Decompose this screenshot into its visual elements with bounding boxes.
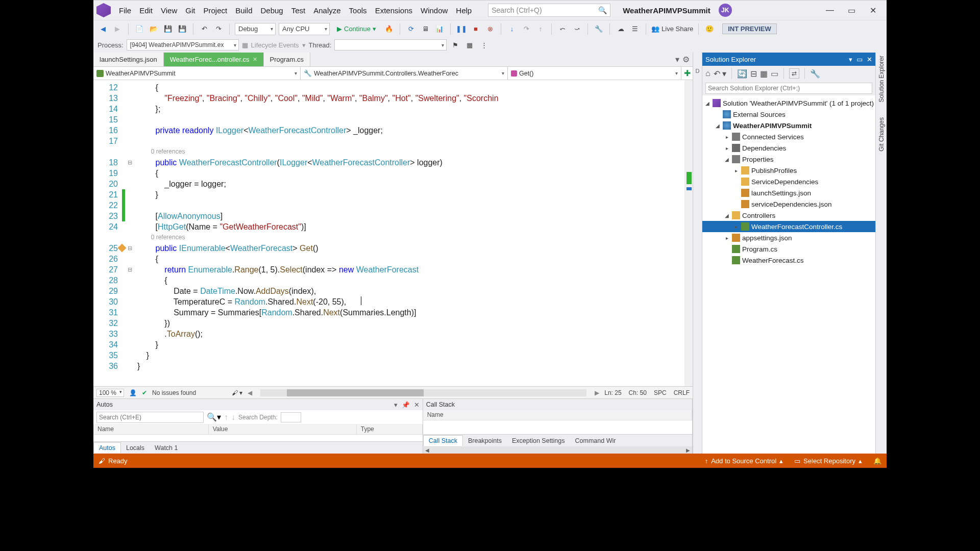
tree-item[interactable]: ◢Controllers xyxy=(702,210,875,221)
menu-test[interactable]: Test xyxy=(287,4,310,17)
callstack-body[interactable] xyxy=(423,420,692,434)
frame-icon[interactable]: ▦ xyxy=(464,39,475,51)
tab-dropdown-icon[interactable]: ▾ xyxy=(675,55,679,64)
menu-window[interactable]: Window xyxy=(416,4,452,17)
tree-item[interactable]: ▸PublishProfiles xyxy=(702,165,875,176)
cleanup-icon[interactable]: 🖌 ▾ xyxy=(232,389,242,396)
tree-item[interactable]: WeatherForecast.cs xyxy=(702,255,875,266)
feedback-icon[interactable]: 🙂 xyxy=(704,23,715,35)
menu-git[interactable]: Git xyxy=(181,4,199,17)
stop-all-icon[interactable]: ⊗ xyxy=(484,23,496,35)
save-all-icon[interactable]: 💾 xyxy=(177,23,188,35)
flag-icon[interactable]: ⚑ xyxy=(450,39,461,51)
pin-icon[interactable]: 📌 xyxy=(402,401,410,409)
cloud-icon[interactable]: ☁ xyxy=(615,23,626,35)
menu-project[interactable]: Project xyxy=(199,4,231,17)
tree-item[interactable]: ServiceDependencies xyxy=(702,176,875,187)
browser-icon[interactable]: 🖥 xyxy=(420,23,431,35)
zoom-dropdown[interactable]: 100 % xyxy=(96,389,124,397)
continue-button[interactable]: ▶ Continue ▾ xyxy=(333,25,380,33)
stop-icon[interactable]: ■ xyxy=(470,23,481,35)
undo-icon[interactable]: ↶ xyxy=(199,23,210,35)
tree-item[interactable]: Program.cs xyxy=(702,243,875,255)
sync-icon[interactable]: 🔄 xyxy=(737,69,747,79)
step-fwd-icon[interactable]: ⤻ xyxy=(571,23,582,35)
new-project-icon[interactable]: 📄 xyxy=(134,23,145,35)
solution-search-input[interactable] xyxy=(705,83,872,94)
redo-icon[interactable]: ↷ xyxy=(213,23,224,35)
restart-icon[interactable]: ⟳ xyxy=(405,23,416,35)
tree-item[interactable]: ▸Connected Services xyxy=(702,131,875,142)
step-out-icon[interactable]: ↑ xyxy=(535,23,546,35)
config-dropdown[interactable]: Debug xyxy=(235,23,276,35)
menu-debug[interactable]: Debug xyxy=(257,4,287,17)
int-preview-badge[interactable]: INT PREVIEW xyxy=(722,23,777,34)
lifecycle-label[interactable]: Lifecycle Events xyxy=(251,41,299,49)
properties-icon[interactable]: 🔧 xyxy=(810,69,820,79)
view-switch-icon[interactable]: ⇄ xyxy=(789,68,799,79)
col-name[interactable]: Name xyxy=(93,424,209,434)
thread-dropdown[interactable] xyxy=(334,39,447,51)
back-icon[interactable]: ↶ ▾ xyxy=(714,69,726,79)
solution-explorer-header[interactable]: Solution Explorer ▾▭✕ xyxy=(702,53,875,66)
menu-build[interactable]: Build xyxy=(231,4,256,17)
cs-col-name[interactable]: Name xyxy=(423,410,692,420)
member-context-dropdown[interactable]: Get() xyxy=(508,67,681,80)
step-into-icon[interactable]: ↓ xyxy=(506,23,518,35)
close-panel-icon[interactable]: ✕ xyxy=(414,401,420,409)
search-icon[interactable]: 🔍▾ xyxy=(207,412,221,422)
notifications-icon[interactable]: 🔔 xyxy=(873,457,881,465)
home-icon[interactable]: ⌂ xyxy=(705,69,710,78)
menu-view[interactable]: View xyxy=(157,4,181,17)
menu-analyze[interactable]: Analyze xyxy=(309,4,345,17)
tab-autos[interactable]: Autos xyxy=(93,442,121,453)
aux-d[interactable]: D xyxy=(696,68,700,74)
tab-watch1[interactable]: Watch 1 xyxy=(150,443,183,453)
collapse-icon[interactable]: ⊟ xyxy=(750,69,757,79)
process-dropdown[interactable]: [9404] WeatherAPIMVPSummit.ex xyxy=(127,39,239,51)
menu-extensions[interactable]: Extensions xyxy=(371,4,416,17)
toolbox-icon[interactable]: 🔧 xyxy=(593,23,604,35)
class-context-dropdown[interactable]: 🔧WeatherAPIMVPSummit.Controllers.Weather… xyxy=(301,67,508,80)
vertical-scrollbar[interactable] xyxy=(684,80,693,386)
tree-item[interactable]: serviceDependencies.json xyxy=(702,198,875,210)
diag-icon[interactable]: 📊 xyxy=(434,23,445,35)
nav-fwd-button[interactable]: ▶ xyxy=(112,23,123,35)
pause-icon[interactable]: ❚❚ xyxy=(456,23,467,35)
code-editor[interactable]: 1213141516171819202122232425262728293031… xyxy=(93,80,693,386)
close-panel-icon[interactable]: ✕ xyxy=(867,56,872,63)
stack-icon[interactable]: ☰ xyxy=(629,23,641,35)
autos-search-input[interactable] xyxy=(96,412,204,423)
global-search-box[interactable]: Search (Ctrl+Q) 🔍 xyxy=(488,4,610,17)
tree-item[interactable]: External Sources xyxy=(702,109,875,120)
platform-dropdown[interactable]: Any CPU xyxy=(279,23,330,35)
panel-menu-icon[interactable]: ▾ xyxy=(849,56,852,63)
maximize-button[interactable]: ▭ xyxy=(847,6,856,15)
tree-item[interactable]: ◢WeatherAPIMVPSummit xyxy=(702,120,875,131)
step-over-icon[interactable]: ↷ xyxy=(521,23,532,35)
save-icon[interactable]: 💾 xyxy=(162,23,174,35)
tree-item[interactable]: ▸appsettings.json xyxy=(702,232,875,243)
select-repository-button[interactable]: ▭ Select Repository ▴ xyxy=(794,457,862,465)
step-back-icon[interactable]: ⤺ xyxy=(557,23,568,35)
hot-reload-icon[interactable]: 🔥 xyxy=(383,23,395,35)
tab-callstack[interactable]: Call Stack xyxy=(423,435,463,446)
tree-item[interactable]: ◢Properties xyxy=(702,154,875,165)
tab-breakpoints[interactable]: Breakpoints xyxy=(463,436,507,446)
tab-settings-icon[interactable]: ⚙ xyxy=(682,55,690,64)
tree-item[interactable]: ▸WeatherForecastController.cs xyxy=(702,221,875,232)
tree-item[interactable]: ▸Dependencies xyxy=(702,142,875,154)
add-source-control-button[interactable]: ↑ Add to Source Control ▴ xyxy=(705,457,783,465)
autos-body[interactable] xyxy=(93,435,423,441)
tab-command[interactable]: Command Wir xyxy=(570,436,621,446)
solution-tree[interactable]: ◢ Solution 'WeatherAPIMVPSummit' (1 of 1… xyxy=(702,95,875,454)
doc-tab[interactable]: Program.cs xyxy=(264,53,310,66)
menu-tools[interactable]: Tools xyxy=(345,4,371,17)
preview-icon[interactable]: ▭ xyxy=(771,69,778,79)
side-tab-solution[interactable]: Solution Explorer xyxy=(878,56,885,102)
menu-edit[interactable]: Edit xyxy=(135,4,157,17)
depth-input[interactable] xyxy=(281,412,301,422)
open-icon[interactable]: 📂 xyxy=(148,23,159,35)
col-type[interactable]: Type xyxy=(357,424,423,434)
panel-menu-icon[interactable]: ▾ xyxy=(394,401,398,409)
